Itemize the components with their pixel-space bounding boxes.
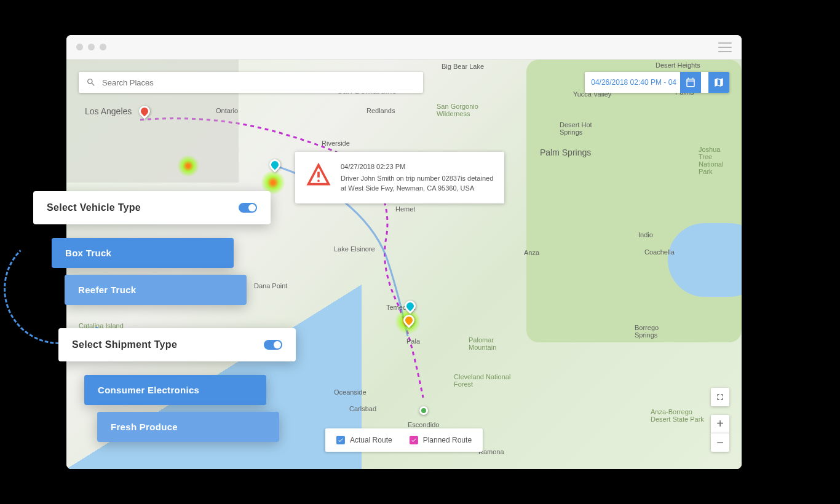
map-pin-destination[interactable] bbox=[419, 406, 428, 415]
vehicle-option-reefer-truck[interactable]: Reefer Truck bbox=[65, 275, 247, 305]
fullscreen-button[interactable] bbox=[711, 388, 729, 406]
warning-icon bbox=[305, 162, 332, 189]
calendar-button[interactable] bbox=[680, 72, 701, 93]
map-label-bigbear: Big Bear Lake bbox=[442, 63, 484, 70]
menu-icon[interactable] bbox=[718, 42, 732, 52]
map-label-redlands: Redlands bbox=[367, 107, 395, 114]
alert-message: Driver John Smith on trip number 02837is… bbox=[341, 173, 494, 194]
heat-spot bbox=[177, 155, 199, 177]
vehicle-option-box-truck[interactable]: Box Truck bbox=[52, 238, 234, 268]
search-icon bbox=[86, 77, 96, 87]
map-label-desertheights: Desert Heights bbox=[656, 61, 700, 69]
legend-actual-route[interactable]: Actual Route bbox=[336, 436, 392, 444]
filter-title: Select Shipment Type bbox=[72, 339, 177, 350]
browser-titlebar bbox=[66, 35, 742, 60]
map-label-deserthot: Desert Hot Springs bbox=[560, 121, 596, 136]
calendar-icon bbox=[685, 77, 696, 88]
map-label-danapoint: Dana Point bbox=[254, 282, 287, 289]
legend-planned-route[interactable]: Planned Route bbox=[410, 436, 472, 444]
route-legend: Actual Route Planned Route bbox=[325, 428, 483, 452]
map-label-borrego: Borrego Springs bbox=[635, 324, 665, 339]
map-label-hemet: Hemet bbox=[395, 205, 415, 213]
date-range-text: 04/26/2018 02:40 PM - 04 bbox=[591, 78, 676, 87]
alert-content: 04/27/2018 02:23 PM Driver John Smith on… bbox=[341, 162, 494, 194]
vehicle-type-filter: Select Vehicle Type bbox=[33, 191, 271, 224]
map-label-ontario: Ontario bbox=[216, 107, 238, 114]
checkbox-icon[interactable] bbox=[336, 436, 345, 444]
zoom-out-button[interactable]: − bbox=[711, 433, 729, 452]
map-label-anza: Anza bbox=[524, 249, 539, 256]
checkbox-icon[interactable] bbox=[410, 436, 418, 444]
filter-title: Select Vehicle Type bbox=[47, 202, 141, 213]
date-range-bar[interactable]: 04/26/2018 02:40 PM - 04 bbox=[585, 72, 729, 93]
shipment-option-produce[interactable]: Fresh Produce bbox=[97, 412, 279, 442]
map-style-button[interactable] bbox=[708, 72, 729, 93]
shipment-filter-toggle[interactable] bbox=[264, 340, 282, 350]
search-places-bar[interactable] bbox=[79, 72, 423, 93]
window-controls[interactable] bbox=[76, 44, 106, 50]
map-label-anzaborrego: Anza-Borrego Desert State Park bbox=[651, 408, 712, 423]
map-label-carlsbad: Carlsbad bbox=[349, 405, 376, 412]
map-label-riverside: Riverside bbox=[322, 140, 350, 147]
search-input[interactable] bbox=[102, 78, 416, 87]
map-label-palmsprings: Palm Springs bbox=[540, 148, 591, 157]
map-label-escondido: Escondido bbox=[408, 421, 439, 428]
vehicle-filter-toggle[interactable] bbox=[239, 203, 257, 213]
map-label-joshua: Joshua Tree National Park bbox=[699, 146, 735, 175]
alert-timestamp: 04/27/2018 02:23 PM bbox=[341, 162, 494, 172]
map-label-losangeles: Los Angeles bbox=[85, 106, 132, 116]
map-label-indio: Indio bbox=[638, 231, 653, 238]
shipment-option-electronics[interactable]: Consumer Electronics bbox=[84, 375, 266, 405]
alert-popup[interactable]: 04/27/2018 02:23 PM Driver John Smith on… bbox=[295, 152, 504, 203]
map-label-oceanside: Oceanside bbox=[334, 388, 367, 396]
map-label-sangorgonio: San Gorgonio Wilderness bbox=[437, 103, 485, 117]
map-label-coachella: Coachella bbox=[644, 248, 675, 256]
map-label-palomar: Palomar Mountain bbox=[469, 336, 501, 351]
svg-point-1 bbox=[317, 179, 320, 182]
map-label-cleveland: Cleveland National Forest bbox=[454, 373, 515, 388]
map-label-lakeelsinore: Lake Elsinore bbox=[334, 245, 375, 253]
zoom-in-button[interactable]: + bbox=[711, 415, 729, 433]
shipment-type-filter: Select Shipment Type bbox=[58, 328, 296, 361]
map-icon bbox=[713, 77, 724, 88]
map-label-pala: Pala bbox=[406, 337, 420, 345]
